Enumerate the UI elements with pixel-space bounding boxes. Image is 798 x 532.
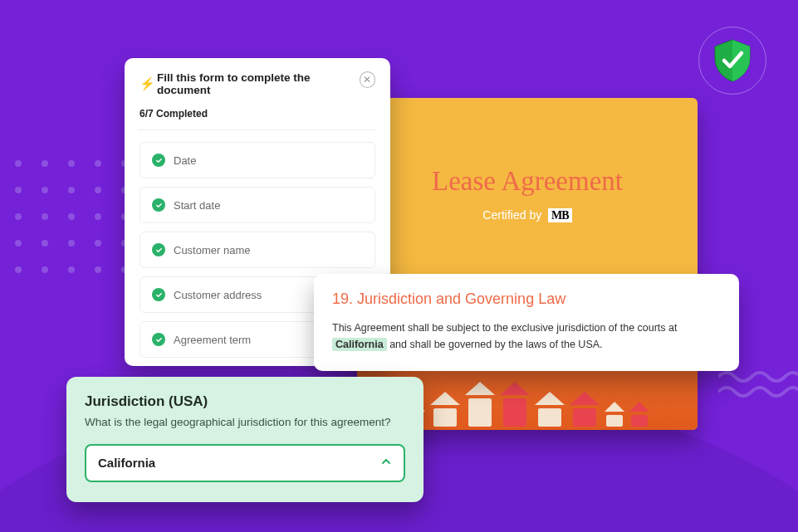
jurisdiction-value: California: [98, 456, 155, 470]
bg-waves: [718, 367, 798, 400]
field-date[interactable]: Date: [140, 142, 375, 178]
progress-text: 6/7 Completed: [140, 108, 375, 120]
chevron-up-icon: [380, 456, 392, 470]
lease-title: Lease Agreement: [432, 166, 623, 197]
lease-certified: Certified by MB: [482, 208, 571, 222]
field-label: Customer address: [174, 289, 262, 301]
field-label: Agreement term: [174, 334, 251, 346]
jurisdiction-card: Jurisdiction (USA) What is the legal geo…: [66, 377, 423, 502]
check-icon: [152, 333, 165, 346]
shield-icon: [712, 38, 753, 83]
jurisdiction-description: What is the legal geographical jurisdict…: [85, 415, 405, 431]
bolt-icon: ⚡: [140, 76, 155, 91]
close-button[interactable]: ✕: [360, 71, 375, 88]
form-title-text: Fill this form to complete the document: [157, 71, 360, 96]
jurisdiction-select[interactable]: California: [85, 444, 405, 482]
close-icon: ✕: [363, 74, 371, 85]
clause-before: This Agreement shall be subject to the e…: [332, 322, 678, 334]
field-start-date[interactable]: Start date: [140, 187, 375, 223]
jurisdiction-label: Jurisdiction (USA): [85, 393, 405, 410]
check-icon: [152, 288, 165, 301]
check-icon: [152, 198, 165, 212]
clause-heading: 19. Jurisdiction and Governing Law: [332, 290, 721, 308]
field-customer-name[interactable]: Customer name: [140, 232, 375, 268]
clause-body: This Agreement shall be subject to the e…: [332, 320, 721, 353]
clause-card: 19. Jurisdiction and Governing Law This …: [314, 274, 739, 371]
lease-certified-prefix: Certified by: [482, 208, 541, 222]
clause-after: and shall be governed by the laws of the…: [387, 339, 603, 350]
canvas: Lease Agreement Certified by MB ⚡ Fill t…: [0, 0, 798, 532]
clause-highlight: California: [332, 338, 387, 351]
lease-certified-brand: MB: [548, 208, 572, 222]
field-label: Date: [174, 154, 196, 167]
check-icon: [152, 243, 165, 256]
field-label: Customer name: [174, 244, 250, 256]
check-icon: [152, 154, 165, 167]
divider: [138, 129, 377, 130]
field-label: Start date: [174, 199, 220, 212]
shield-badge: [698, 27, 766, 95]
form-title: ⚡ Fill this form to complete the documen…: [140, 71, 360, 96]
